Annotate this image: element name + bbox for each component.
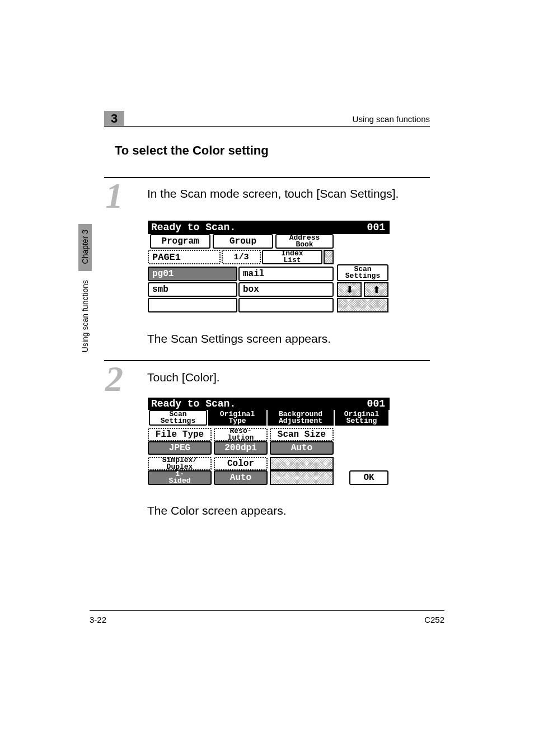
tab-original-type[interactable]: Original Type bbox=[208, 410, 266, 426]
footer-page: 3-22 bbox=[90, 615, 106, 624]
value-simplex-duplex[interactable]: 1- Sided bbox=[148, 470, 212, 485]
status-counter: 001 bbox=[335, 221, 390, 234]
value-resolution[interactable]: 200dpi bbox=[214, 441, 268, 455]
ok-button[interactable]: OK bbox=[349, 470, 388, 485]
tab-original-setting[interactable]: Original Setting bbox=[335, 410, 388, 426]
footer-model: C252 bbox=[424, 615, 444, 624]
dest-empty-a[interactable] bbox=[148, 298, 237, 312]
side-tab-chapter: Chapter 3 bbox=[78, 224, 92, 271]
section-heading: To select the Color setting bbox=[115, 143, 269, 158]
step-1-result: The Scan Settings screen appears. bbox=[147, 332, 331, 346]
dest-smb[interactable]: smb bbox=[148, 282, 237, 297]
status-counter-2: 001 bbox=[335, 398, 390, 410]
tab-group[interactable]: Group bbox=[213, 234, 273, 249]
dest-empty-b[interactable] bbox=[238, 298, 334, 312]
arrow-down-icon: ⬇ bbox=[346, 284, 353, 295]
tab-scan-settings[interactable]: Scan Settings bbox=[149, 410, 207, 426]
step-number-1: 1 bbox=[105, 178, 123, 214]
value-file-type[interactable]: JPEG bbox=[148, 441, 212, 455]
scan-settings-button[interactable]: Scan Settings bbox=[337, 264, 388, 281]
step-2-result: The Color screen appears. bbox=[147, 504, 287, 517]
header-section-title: Using scan functions bbox=[353, 114, 430, 124]
tab-address-book[interactable]: Address Book bbox=[275, 234, 334, 249]
tab-background-adjustment[interactable]: Background Adjustment bbox=[268, 410, 334, 426]
label-color: Color bbox=[214, 457, 268, 470]
step-number-2: 2 bbox=[105, 361, 123, 397]
status-bar-2: Ready to Scan. bbox=[148, 398, 335, 410]
tab-program[interactable]: Program bbox=[150, 234, 210, 249]
step-rule bbox=[104, 177, 430, 178]
status-bar: Ready to Scan. bbox=[148, 221, 335, 234]
arrow-up-icon: ⬆ bbox=[373, 284, 380, 295]
lcd-screen-2: Ready to Scan. 001 Scan Settings Origina… bbox=[148, 398, 390, 486]
value-scan-size[interactable]: Auto bbox=[270, 441, 334, 455]
grid-blank-2 bbox=[270, 470, 334, 485]
footer-rule bbox=[90, 610, 444, 611]
chapter-badge: 3 bbox=[104, 111, 124, 127]
index-list-button[interactable]: Index List bbox=[262, 250, 322, 264]
page-label: PAGE1 bbox=[148, 250, 221, 264]
scrollbar-stub[interactable] bbox=[324, 250, 334, 264]
side-tab-section: Using scan functions bbox=[78, 274, 92, 360]
dest-box[interactable]: box bbox=[238, 282, 334, 297]
label-resolution: Reso- lution bbox=[214, 428, 268, 441]
lcd-screen-1: Ready to Scan. 001 Program Group Address… bbox=[148, 221, 390, 312]
dest-pg01[interactable]: pg01 bbox=[148, 267, 237, 281]
scroll-up-button[interactable]: ⬆ bbox=[364, 282, 388, 297]
value-color[interactable]: Auto bbox=[214, 470, 268, 485]
header-rule bbox=[104, 126, 430, 127]
step-1-text: In the Scan mode screen, touch [Scan Set… bbox=[147, 186, 430, 202]
side-blank bbox=[337, 298, 388, 312]
dest-mail[interactable]: mail bbox=[238, 267, 334, 281]
page-index: 1/3 bbox=[222, 250, 261, 264]
step-rule-2 bbox=[104, 360, 430, 361]
scroll-down-button[interactable]: ⬇ bbox=[337, 282, 362, 297]
label-simplex-duplex: Simplex/ Duplex bbox=[148, 457, 212, 470]
label-file-type: File Type bbox=[148, 428, 212, 441]
step-2-text: Touch [Color]. bbox=[147, 370, 430, 385]
grid-blank-1 bbox=[270, 457, 334, 470]
label-scan-size: Scan Size bbox=[270, 428, 334, 441]
